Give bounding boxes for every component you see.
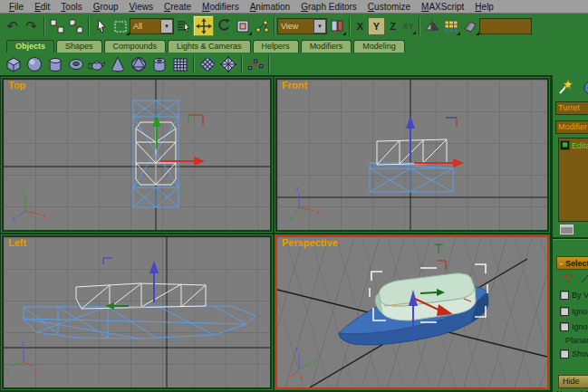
ignore-visible-edges-checkbox-row[interactable]: Ignore Visible Edges — [560, 322, 588, 331]
modify-tab-button[interactable] — [580, 80, 588, 100]
tab-helpers[interactable]: Helpers — [253, 40, 299, 53]
window-crossing-button[interactable] — [174, 16, 193, 35]
vertex-subobject-icon[interactable] — [564, 274, 573, 282]
plane-button[interactable] — [169, 53, 190, 74]
object-name-field[interactable]: Turret — [555, 101, 588, 115]
array-button[interactable] — [441, 16, 460, 35]
stack-item-editable-mesh[interactable]: ▦ Editable Mesh — [559, 139, 588, 152]
selection-region-button[interactable] — [111, 16, 130, 35]
checkbox[interactable] — [560, 349, 569, 359]
checkbox[interactable] — [560, 291, 569, 300]
tube-button[interactable] — [149, 53, 169, 74]
torus-button[interactable] — [65, 53, 86, 74]
viewport-front[interactable]: Front — [275, 78, 549, 232]
menu-file[interactable]: File — [4, 1, 29, 13]
tab-compounds[interactable]: Compounds — [104, 40, 167, 53]
edge-subobject-icon[interactable] — [582, 274, 588, 282]
cylinder-button[interactable] — [44, 53, 65, 74]
create-tab-button[interactable] — [556, 78, 574, 100]
toolbar-separator — [43, 17, 44, 35]
quad-patch-button[interactable] — [197, 53, 217, 74]
object-creation-toolbar — [0, 53, 588, 75]
menu-create[interactable]: Create — [159, 1, 197, 13]
tab-bar: Objects Shapes Compounds Lights & Camera… — [0, 38, 588, 53]
viewport-front-label[interactable]: Front — [282, 80, 307, 91]
viewport-perspective[interactable]: Perspective — [275, 235, 549, 389]
restrict-z-button[interactable]: Z — [385, 18, 400, 34]
menu-graph-editors[interactable]: Graph Editors — [295, 1, 362, 13]
modifier-stack[interactable]: ▦ Editable Mesh — [558, 138, 588, 222]
modifier-list-dropdown[interactable]: Modifier List — [555, 120, 588, 134]
select-and-link-button[interactable] — [47, 16, 66, 35]
menu-customize[interactable]: Customize — [362, 1, 416, 13]
reference-coordinate-dropdown[interactable]: View ▼ — [277, 18, 327, 34]
svg-text:z: z — [295, 185, 299, 193]
quad-patch-icon — [198, 55, 217, 73]
menu-maxscript[interactable]: MAXScript — [416, 1, 469, 13]
toolbar-separator — [193, 55, 194, 73]
mirror-button[interactable] — [422, 16, 441, 35]
cone-button[interactable] — [107, 53, 128, 74]
tab-modeling[interactable]: Modeling — [353, 40, 405, 53]
tri-patch-button[interactable] — [217, 53, 238, 74]
tab-modifiers[interactable]: Modifiers — [301, 40, 352, 53]
tab-objects[interactable]: Objects — [6, 40, 54, 53]
select-and-link-icon — [49, 18, 65, 34]
align-button[interactable] — [460, 16, 479, 35]
pin-stack-button[interactable] — [560, 225, 574, 234]
checkbox[interactable] — [560, 322, 569, 331]
select-and-manipulate-button[interactable] — [252, 16, 271, 35]
rectangular-selection-icon — [112, 18, 129, 34]
menu-views[interactable]: Views — [124, 1, 159, 13]
menu-tools[interactable]: Tools — [55, 1, 87, 13]
selection-filter-dropdown[interactable]: All ▼ — [130, 18, 174, 34]
menu-help[interactable]: Help — [469, 1, 499, 13]
named-selection-set-field[interactable] — [479, 18, 532, 34]
select-and-scale-button[interactable] — [233, 16, 252, 35]
select-and-rotate-button[interactable] — [214, 16, 233, 35]
hide-button[interactable]: Hide — [558, 375, 588, 388]
window-crossing-icon — [176, 18, 192, 34]
by-vertex-label: By Vertex — [572, 291, 588, 300]
teapot-button[interactable] — [86, 53, 107, 74]
viewport-left[interactable]: Left — [2, 235, 272, 389]
viewport-perspective-label[interactable]: Perspective — [282, 237, 338, 248]
sphere-button[interactable] — [24, 53, 44, 74]
show-normals-label: Show Normals — [572, 349, 588, 359]
axis-tripod: z y x — [5, 339, 38, 374]
ignore-backfacing-checkbox-row[interactable]: Ignore Backfacing — [560, 307, 588, 316]
restrict-plane-button[interactable]: XY — [400, 18, 416, 34]
unlink-selection-button[interactable] — [66, 16, 85, 35]
cone-icon — [109, 55, 127, 73]
redo-button[interactable]: ↷ — [22, 16, 41, 35]
viewport-top-label[interactable]: Top — [8, 80, 25, 91]
svg-text:z: z — [12, 215, 15, 223]
use-pivot-center-button[interactable] — [327, 16, 346, 35]
show-normals-checkbox-row[interactable]: Show Normals — [560, 349, 588, 359]
box-button[interactable] — [3, 53, 24, 74]
viewport-left-label[interactable]: Left — [8, 237, 26, 248]
toolbar-separator — [268, 55, 269, 73]
menu-modifiers[interactable]: Modifiers — [197, 1, 245, 13]
svg-text:x: x — [301, 374, 304, 382]
selection-rollout-header[interactable]: - Selection — [556, 256, 588, 270]
by-vertex-checkbox-row[interactable]: By Vertex — [560, 291, 588, 300]
select-and-move-button[interactable] — [193, 15, 214, 36]
tab-lights-cameras[interactable]: Lights & Cameras — [168, 40, 251, 53]
axis-tripod: z y x — [289, 185, 320, 222]
axis-tripod: y z x — [12, 188, 46, 223]
select-object-button[interactable] — [92, 16, 111, 35]
pivot-center-icon — [329, 18, 345, 34]
viewport-top[interactable]: Top — [2, 78, 272, 232]
spline-button[interactable] — [245, 53, 265, 74]
tab-shapes[interactable]: Shapes — [56, 40, 102, 53]
restrict-y-button[interactable]: Y — [368, 17, 385, 35]
svg-text:x: x — [316, 208, 320, 216]
menu-group[interactable]: Group — [88, 1, 124, 13]
menu-edit[interactable]: Edit — [29, 1, 55, 13]
checkbox[interactable] — [560, 307, 569, 316]
restrict-x-button[interactable]: X — [352, 18, 368, 34]
menu-animation[interactable]: Animation — [245, 1, 295, 13]
geosphere-button[interactable] — [128, 53, 149, 74]
undo-button[interactable]: ↶ — [3, 16, 22, 35]
